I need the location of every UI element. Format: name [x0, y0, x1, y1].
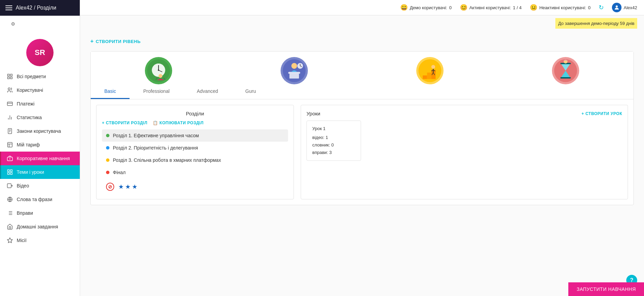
payments-icon — [6, 100, 13, 107]
block-icon[interactable]: ⊘ — [106, 183, 114, 191]
star-1: ★ — [118, 183, 124, 191]
inactive-users-count: 0 — [588, 5, 590, 10]
refresh-icon[interactable]: ↻ — [599, 4, 604, 11]
video-count: 1 — [326, 135, 328, 140]
missions-icon — [6, 237, 13, 244]
active-users-count: 1 / 4 — [513, 5, 522, 10]
gear-area: ⚙ — [0, 16, 80, 32]
dot-section-4 — [106, 171, 109, 174]
topics-icon — [6, 169, 13, 175]
lessons-header: Уроки + СТВОРИТИ УРОК — [306, 111, 622, 116]
section-item-3[interactable]: Розділ 3. Спільна робота в хмарних платф… — [102, 154, 288, 166]
dictionary-label: словник: — [312, 142, 330, 147]
copy-section-label: КОПІЮВАТИ РОЗДІЛ — [160, 121, 204, 125]
svg-point-54 — [431, 65, 435, 69]
sidebar-item-orders[interactable]: Закони користувача — [0, 124, 80, 138]
professional-svg — [282, 59, 306, 83]
sidebar-header: Alex42 / Розділи — [0, 0, 80, 16]
topbar: 😀 Демо користувачі: 0 😊 Активні користув… — [80, 0, 644, 15]
stars-row: ★ ★ ★ — [118, 183, 137, 191]
sidebar-item-topics[interactable]: Теми і уроки — [0, 165, 80, 179]
basic-tab-area[interactable] — [91, 52, 226, 84]
create-lesson-button[interactable]: + СТВОРИТИ УРОК — [582, 111, 622, 116]
content-area: + СТВОРИТИ РІВЕНЬ — [80, 31, 644, 296]
video-label: відео: — [312, 135, 324, 140]
tab-guru[interactable]: Guru — [232, 84, 270, 99]
homework-icon — [6, 223, 13, 230]
section-2-label: Розділ 2. Пріоритетність і делегування — [113, 145, 198, 151]
svg-rect-24 — [8, 184, 11, 188]
sidebar-item-homework[interactable]: Домашні завдання — [0, 220, 80, 234]
inactive-users-label: Неактивні користувачі: — [539, 5, 586, 10]
sidebar-label-statistics: Статистика — [17, 115, 42, 120]
copy-section-button[interactable]: 📋 КОПІЮВАТИ РОЗДІЛ — [153, 121, 204, 125]
words-icon — [6, 196, 13, 203]
sidebar-item-words[interactable]: Слова та фрази — [0, 193, 80, 206]
tariff-icon — [6, 141, 13, 148]
illustrations-row — [91, 52, 633, 84]
section-footer: ⊘ ★ ★ ★ — [102, 180, 288, 194]
sidebar-item-users[interactable]: Користувачі — [0, 83, 80, 97]
create-section-button[interactable]: + СТВОРИТИ РОЗДІЛ — [102, 121, 147, 125]
guru-illustration — [552, 57, 579, 84]
demo-users-icon: 😀 — [400, 4, 408, 11]
sidebar-label-orders: Закони користувача — [17, 128, 61, 134]
user-menu[interactable]: Alex42 — [612, 3, 637, 12]
dot-section-3 — [106, 158, 109, 162]
sidebar-item-missions[interactable]: Місії — [0, 234, 80, 247]
sidebar-label-homework: Домашні завдання — [17, 224, 58, 229]
svg-point-40 — [159, 74, 162, 78]
start-learning-button[interactable]: ЗАПУСТИТИ НАВЧАННЯ — [568, 282, 644, 296]
exercises-row: вправи: 3 — [312, 149, 355, 156]
professional-tab-area[interactable] — [226, 52, 362, 84]
advanced-tab-area[interactable] — [362, 52, 498, 84]
statistics-icon — [6, 114, 13, 121]
sidebar-item-statistics[interactable]: Статистика — [0, 111, 80, 124]
plus-icon-lesson: + — [582, 111, 584, 116]
section-item-4[interactable]: Фінал — [102, 166, 288, 179]
advanced-illustration — [416, 57, 444, 84]
sidebar-item-exercises[interactable]: Вправи — [0, 206, 80, 220]
guru-tab-area[interactable] — [498, 52, 633, 84]
svg-rect-14 — [8, 142, 12, 147]
dictionary-row: словник: 0 — [312, 141, 355, 149]
section-item-1[interactable]: Розділ 1. Ефективне управління часом — [102, 129, 288, 142]
tab-advanced[interactable]: Advanced — [183, 84, 231, 99]
sidebar-label-video: Відео — [17, 183, 29, 188]
tab-basic[interactable]: Basic — [91, 84, 130, 99]
levels-area: Basic Professional Advanced Guru Розділи — [90, 51, 634, 205]
sidebar-item-subjects[interactable]: Всі предмети — [0, 70, 80, 83]
exercises-icon — [6, 210, 13, 216]
svg-rect-51 — [423, 75, 427, 79]
logo-area: SR — [0, 32, 80, 70]
tab-professional[interactable]: Professional — [130, 84, 183, 99]
sidebar-item-corporate[interactable]: Корпоративне навчання — [0, 152, 80, 165]
sidebar-item-payments[interactable]: Платежі — [0, 97, 80, 111]
section-1-label: Розділ 1. Ефективне управління часом — [113, 133, 199, 138]
tab-basic-label: Basic — [104, 88, 116, 94]
svg-rect-52 — [427, 73, 432, 79]
create-level-button[interactable]: + СТВОРИТИ РІВЕНЬ — [90, 38, 141, 44]
app-title: Alex42 / Розділи — [16, 5, 56, 11]
exercises-label: вправи: — [312, 150, 328, 155]
hamburger-icon[interactable] — [5, 5, 12, 10]
svg-rect-20 — [8, 170, 9, 171]
orders-icon — [6, 128, 13, 135]
tab-label-row: Basic Professional Advanced Guru — [91, 84, 633, 99]
sidebar-item-tariff[interactable]: Мій тариф — [0, 138, 80, 152]
video-icon — [6, 182, 13, 189]
gear-icon[interactable]: ⚙ — [5, 18, 74, 29]
lesson-card[interactable]: Урок 1 відео: 1 словник: 0 вправи: 3 — [306, 121, 361, 161]
lessons-panel: Уроки + СТВОРИТИ УРОК Урок 1 відео: 1 — [301, 105, 628, 199]
svg-rect-2 — [8, 77, 9, 79]
active-users-icon: 😊 — [460, 4, 467, 11]
section-item-2[interactable]: Розділ 2. Пріоритетність і делегування — [102, 142, 288, 154]
sidebar-item-video[interactable]: Відео — [0, 179, 80, 193]
demo-users-count: 0 — [449, 5, 451, 10]
lessons-title: Уроки — [306, 111, 320, 116]
start-btn-label: ЗАПУСТИТИ НАВЧАННЯ — [576, 286, 636, 292]
panel-actions: + СТВОРИТИ РОЗДІЛ 📋 КОПІЮВАТИ РОЗДІЛ — [102, 121, 288, 125]
sidebar-label-payments: Платежі — [17, 101, 34, 107]
guru-svg — [554, 59, 578, 83]
basic-illustration — [145, 57, 172, 84]
